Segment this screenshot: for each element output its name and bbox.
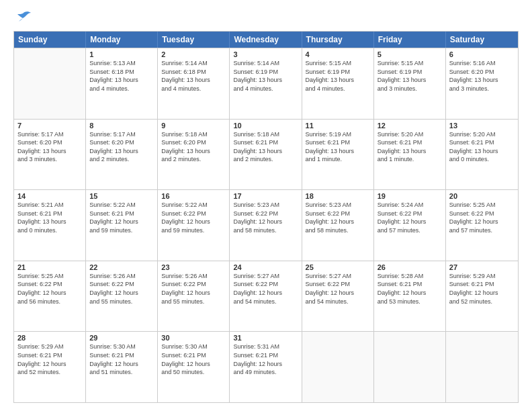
calendar-day-cell bbox=[446, 332, 518, 402]
day-number: 29 bbox=[89, 334, 154, 342]
calendar-week-row: 28Sunrise: 5:29 AM Sunset: 6:21 PM Dayli… bbox=[14, 331, 518, 402]
day-info: Sunrise: 5:21 AM Sunset: 6:21 PM Dayligh… bbox=[17, 201, 82, 234]
day-info: Sunrise: 5:23 AM Sunset: 6:22 PM Dayligh… bbox=[306, 201, 370, 234]
day-number: 24 bbox=[233, 263, 298, 271]
day-number: 21 bbox=[17, 263, 82, 271]
calendar-day-cell: 29Sunrise: 5:30 AM Sunset: 6:21 PM Dayli… bbox=[86, 332, 158, 402]
calendar-day-cell: 15Sunrise: 5:22 AM Sunset: 6:21 PM Dayli… bbox=[86, 190, 158, 261]
day-info: Sunrise: 5:20 AM Sunset: 6:21 PM Dayligh… bbox=[378, 130, 442, 164]
calendar-day-cell: 27Sunrise: 5:29 AM Sunset: 6:21 PM Dayli… bbox=[446, 261, 518, 332]
day-info: Sunrise: 5:26 AM Sunset: 6:22 PM Dayligh… bbox=[89, 272, 154, 306]
calendar-header-cell: Tuesday bbox=[158, 32, 230, 48]
calendar-header-cell: Saturday bbox=[446, 32, 518, 48]
day-number: 18 bbox=[306, 192, 370, 200]
day-info: Sunrise: 5:29 AM Sunset: 6:21 PM Dayligh… bbox=[449, 272, 515, 306]
day-number: 1 bbox=[89, 50, 154, 58]
day-info: Sunrise: 5:28 AM Sunset: 6:21 PM Dayligh… bbox=[378, 272, 442, 306]
day-number: 27 bbox=[449, 263, 515, 271]
day-number: 9 bbox=[161, 122, 226, 130]
calendar-day-cell: 18Sunrise: 5:23 AM Sunset: 6:22 PM Dayli… bbox=[302, 190, 374, 261]
calendar-day-cell: 24Sunrise: 5:27 AM Sunset: 6:22 PM Dayli… bbox=[230, 261, 302, 332]
day-number: 12 bbox=[378, 122, 442, 130]
day-info: Sunrise: 5:23 AM Sunset: 6:22 PM Dayligh… bbox=[233, 201, 298, 234]
calendar-day-cell: 8Sunrise: 5:17 AM Sunset: 6:20 PM Daylig… bbox=[86, 120, 158, 190]
calendar-day-cell: 22Sunrise: 5:26 AM Sunset: 6:22 PM Dayli… bbox=[86, 261, 158, 332]
calendar-day-cell: 9Sunrise: 5:18 AM Sunset: 6:20 PM Daylig… bbox=[158, 120, 230, 190]
day-info: Sunrise: 5:30 AM Sunset: 6:21 PM Dayligh… bbox=[161, 342, 226, 376]
day-info: Sunrise: 5:19 AM Sunset: 6:21 PM Dayligh… bbox=[306, 130, 370, 164]
calendar-day-cell: 14Sunrise: 5:21 AM Sunset: 6:21 PM Dayli… bbox=[14, 190, 86, 261]
day-number: 7 bbox=[17, 122, 82, 130]
calendar-day-cell: 17Sunrise: 5:23 AM Sunset: 6:22 PM Dayli… bbox=[230, 190, 302, 261]
calendar: SundayMondayTuesdayWednesdayThursdayFrid… bbox=[13, 31, 519, 403]
day-number: 30 bbox=[161, 334, 226, 342]
day-info: Sunrise: 5:30 AM Sunset: 6:21 PM Dayligh… bbox=[89, 342, 154, 376]
day-info: Sunrise: 5:14 AM Sunset: 6:19 PM Dayligh… bbox=[233, 59, 298, 93]
day-info: Sunrise: 5:16 AM Sunset: 6:20 PM Dayligh… bbox=[449, 59, 515, 93]
day-info: Sunrise: 5:17 AM Sunset: 6:20 PM Dayligh… bbox=[89, 130, 154, 164]
day-number: 5 bbox=[378, 50, 442, 58]
day-number: 25 bbox=[306, 263, 370, 271]
calendar-day-cell bbox=[302, 332, 374, 402]
day-number: 10 bbox=[233, 122, 298, 130]
calendar-header-cell: Friday bbox=[374, 32, 446, 48]
day-number: 3 bbox=[233, 50, 298, 58]
day-info: Sunrise: 5:15 AM Sunset: 6:19 PM Dayligh… bbox=[378, 59, 442, 93]
calendar-header-cell: Wednesday bbox=[230, 32, 302, 48]
calendar-day-cell: 23Sunrise: 5:26 AM Sunset: 6:22 PM Dayli… bbox=[158, 261, 230, 332]
day-info: Sunrise: 5:22 AM Sunset: 6:22 PM Dayligh… bbox=[161, 201, 226, 234]
header bbox=[13, 11, 519, 26]
day-info: Sunrise: 5:22 AM Sunset: 6:21 PM Dayligh… bbox=[89, 201, 154, 234]
day-info: Sunrise: 5:25 AM Sunset: 6:22 PM Dayligh… bbox=[17, 272, 82, 306]
day-number: 11 bbox=[306, 122, 370, 130]
calendar-day-cell: 11Sunrise: 5:19 AM Sunset: 6:21 PM Dayli… bbox=[302, 120, 374, 190]
day-number: 16 bbox=[161, 192, 226, 200]
calendar-day-cell bbox=[374, 332, 446, 402]
calendar-week-row: 1Sunrise: 5:13 AM Sunset: 6:18 PM Daylig… bbox=[14, 48, 518, 119]
day-info: Sunrise: 5:24 AM Sunset: 6:22 PM Dayligh… bbox=[378, 201, 442, 234]
day-info: Sunrise: 5:27 AM Sunset: 6:22 PM Dayligh… bbox=[306, 272, 370, 306]
calendar-day-cell: 20Sunrise: 5:25 AM Sunset: 6:22 PM Dayli… bbox=[446, 190, 518, 261]
page: SundayMondayTuesdayWednesdayThursdayFrid… bbox=[0, 0, 532, 411]
day-info: Sunrise: 5:20 AM Sunset: 6:21 PM Dayligh… bbox=[449, 130, 515, 164]
calendar-header-cell: Thursday bbox=[302, 32, 374, 48]
day-info: Sunrise: 5:17 AM Sunset: 6:20 PM Dayligh… bbox=[17, 130, 82, 164]
calendar-header-cell: Sunday bbox=[14, 32, 86, 48]
day-number: 4 bbox=[306, 50, 370, 58]
calendar-day-cell: 7Sunrise: 5:17 AM Sunset: 6:20 PM Daylig… bbox=[14, 120, 86, 190]
day-info: Sunrise: 5:15 AM Sunset: 6:19 PM Dayligh… bbox=[306, 59, 370, 93]
calendar-body: 1Sunrise: 5:13 AM Sunset: 6:18 PM Daylig… bbox=[14, 48, 518, 402]
day-info: Sunrise: 5:25 AM Sunset: 6:22 PM Dayligh… bbox=[449, 201, 515, 234]
day-info: Sunrise: 5:18 AM Sunset: 6:20 PM Dayligh… bbox=[161, 130, 226, 164]
calendar-day-cell: 4Sunrise: 5:15 AM Sunset: 6:19 PM Daylig… bbox=[302, 48, 374, 119]
day-number: 19 bbox=[378, 192, 442, 200]
day-number: 14 bbox=[17, 192, 82, 200]
logo bbox=[13, 11, 35, 26]
day-info: Sunrise: 5:31 AM Sunset: 6:21 PM Dayligh… bbox=[233, 342, 298, 376]
day-number: 22 bbox=[89, 263, 154, 271]
calendar-day-cell: 5Sunrise: 5:15 AM Sunset: 6:19 PM Daylig… bbox=[374, 48, 446, 119]
day-number: 2 bbox=[161, 50, 226, 58]
calendar-day-cell: 21Sunrise: 5:25 AM Sunset: 6:22 PM Dayli… bbox=[14, 261, 86, 332]
calendar-day-cell: 26Sunrise: 5:28 AM Sunset: 6:21 PM Dayli… bbox=[374, 261, 446, 332]
day-info: Sunrise: 5:14 AM Sunset: 6:18 PM Dayligh… bbox=[161, 59, 226, 93]
calendar-day-cell: 25Sunrise: 5:27 AM Sunset: 6:22 PM Dayli… bbox=[302, 261, 374, 332]
day-info: Sunrise: 5:13 AM Sunset: 6:18 PM Dayligh… bbox=[89, 59, 154, 93]
day-number: 23 bbox=[161, 263, 226, 271]
calendar-day-cell: 30Sunrise: 5:30 AM Sunset: 6:21 PM Dayli… bbox=[158, 332, 230, 402]
day-number: 26 bbox=[378, 263, 442, 271]
day-info: Sunrise: 5:18 AM Sunset: 6:21 PM Dayligh… bbox=[233, 130, 298, 164]
calendar-day-cell: 19Sunrise: 5:24 AM Sunset: 6:22 PM Dayli… bbox=[374, 190, 446, 261]
calendar-header-cell: Monday bbox=[86, 32, 158, 48]
day-number: 15 bbox=[89, 192, 154, 200]
calendar-week-row: 21Sunrise: 5:25 AM Sunset: 6:22 PM Dayli… bbox=[14, 261, 518, 332]
calendar-day-cell: 6Sunrise: 5:16 AM Sunset: 6:20 PM Daylig… bbox=[446, 48, 518, 119]
day-info: Sunrise: 5:29 AM Sunset: 6:21 PM Dayligh… bbox=[17, 342, 82, 376]
day-number: 13 bbox=[449, 122, 515, 130]
day-number: 31 bbox=[233, 334, 298, 342]
calendar-header-row: SundayMondayTuesdayWednesdayThursdayFrid… bbox=[14, 32, 518, 48]
day-number: 20 bbox=[449, 192, 515, 200]
calendar-day-cell: 1Sunrise: 5:13 AM Sunset: 6:18 PM Daylig… bbox=[86, 48, 158, 119]
day-info: Sunrise: 5:26 AM Sunset: 6:22 PM Dayligh… bbox=[161, 272, 226, 306]
calendar-day-cell: 16Sunrise: 5:22 AM Sunset: 6:22 PM Dayli… bbox=[158, 190, 230, 261]
